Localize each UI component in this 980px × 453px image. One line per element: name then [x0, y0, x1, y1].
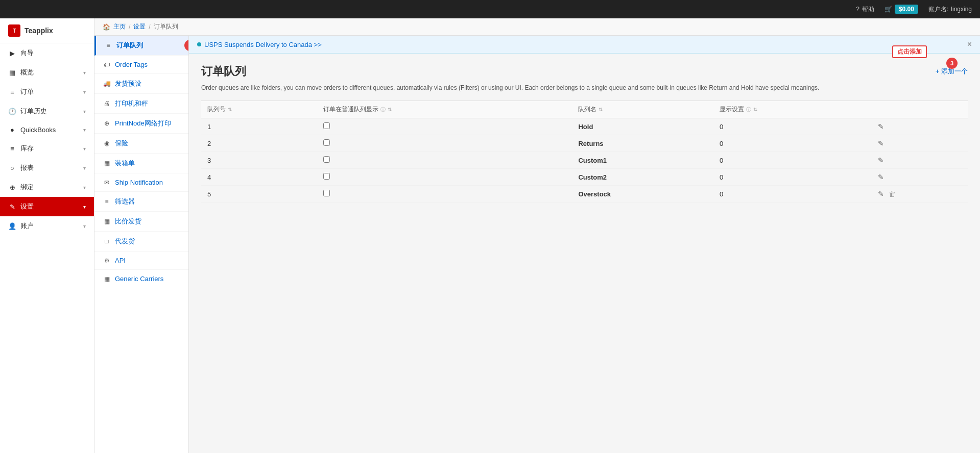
- settings-icon-filters: ≡: [103, 198, 111, 205]
- edit-icon[interactable]: ✎: [878, 190, 884, 198]
- col-show: 订单在普通队列显示ⓘ⇅: [317, 101, 572, 118]
- sidebar-icon-quickbooks: ●: [8, 126, 16, 134]
- cell-index: 2: [201, 135, 317, 152]
- banner: USPS Suspends Delivery to Canada >> ×: [189, 36, 980, 54]
- add-queue-button[interactable]: + 添加一个: [936, 67, 968, 76]
- edit-icon[interactable]: ✎: [878, 156, 884, 164]
- user-menu[interactable]: 账户名: lingxing: [928, 5, 972, 14]
- settings-label-ship-notification: Ship Notification: [115, 179, 163, 186]
- col-show-sort-icon[interactable]: ⇅: [388, 107, 392, 112]
- settings-item-order-tags[interactable]: 🏷 Order Tags: [94, 56, 188, 74]
- settings-icon-order-queues: ≡: [104, 42, 112, 49]
- show-in-common-checkbox[interactable]: [323, 139, 330, 146]
- help-icon: ?: [856, 6, 859, 13]
- col-show-info-icon[interactable]: ⓘ: [380, 107, 386, 112]
- settings-icon-printers: 🖨: [103, 100, 111, 107]
- sidebar-item-orders[interactable]: ≡ 订单 ▾: [0, 82, 94, 102]
- edit-icon[interactable]: ✎: [878, 173, 884, 181]
- sidebar-item-inventory[interactable]: ≡ 库存 ▾: [0, 139, 94, 158]
- sidebar-icon-order-history: 🕐: [8, 108, 16, 115]
- settings-item-printers[interactable]: 🖨 打印机和秤: [94, 94, 188, 114]
- settings-icon-ship-notification: ✉: [103, 179, 111, 186]
- logo-icon: T: [8, 24, 20, 37]
- settings-icon-generic-carriers: ▦: [103, 275, 111, 283]
- sidebar-item-settings[interactable]: 进入设置 1 ✎ 设置 ▾: [0, 197, 94, 216]
- settings-item-insurance[interactable]: ◉ 保险: [94, 134, 188, 154]
- cell-index: 5: [201, 186, 317, 203]
- sidebar-label-settings: 设置: [20, 202, 34, 211]
- settings-item-api[interactable]: ⚙ API: [94, 251, 188, 270]
- banner-link[interactable]: USPS Suspends Delivery to Canada >>: [204, 41, 322, 48]
- settings-item-generic-carriers[interactable]: ▦ Generic Carriers: [94, 270, 188, 288]
- col-display: 显示设置ⓘ⇅: [713, 101, 872, 118]
- cell-index: 1: [201, 118, 317, 135]
- table-row: 3 Custom1 0 ✎: [201, 152, 968, 169]
- sidebar-icon-account: 👤: [8, 222, 16, 230]
- show-in-common-checkbox[interactable]: [323, 173, 330, 180]
- sidebar-chevron-settings: ▾: [83, 204, 86, 210]
- settings-item-printnode[interactable]: ⊕ PrintNode网络打印: [94, 114, 188, 134]
- cell-show: [317, 169, 572, 186]
- help-button[interactable]: ? 帮助: [856, 5, 874, 14]
- sidebar-chevron-orders: ▾: [83, 89, 86, 95]
- cell-display-settings: 0: [713, 118, 872, 135]
- settings-item-filters[interactable]: ≡ 筛选器: [94, 192, 188, 212]
- sidebar-icon-overview: ▦: [8, 69, 16, 77]
- sidebar-item-reports[interactable]: ○ 报表 ▾: [0, 158, 94, 178]
- sidebar-icon-inventory: ≡: [8, 145, 16, 153]
- sidebar-item-account[interactable]: 👤 账户 ▾: [0, 216, 94, 236]
- settings-label-printnode: PrintNode网络打印: [115, 119, 171, 128]
- settings-label-filters: 筛选器: [115, 197, 135, 206]
- sidebar-chevron-overview: ▾: [83, 70, 86, 76]
- sidebar-chevron-order-history: ▾: [83, 109, 86, 114]
- show-in-common-checkbox[interactable]: [323, 190, 330, 196]
- sidebar-item-binding[interactable]: ⊕ 绑定 ▾: [0, 178, 94, 197]
- cell-show: [317, 152, 572, 169]
- topbar: ? 帮助 🛒 $0.00 账户名: lingxing: [0, 0, 980, 18]
- sidebar-item-guide[interactable]: ▶ 向导: [0, 43, 94, 63]
- table-row: 1 Hold 0 ✎: [201, 118, 968, 135]
- cart-icon[interactable]: 🛒 $0.00: [885, 5, 918, 14]
- cell-show: [317, 118, 572, 135]
- settings-item-packing-slip[interactable]: ▦ 装箱单: [94, 154, 188, 173]
- breadcrumb-home[interactable]: 主页: [113, 22, 126, 31]
- logo: T Teapplix: [0, 18, 94, 43]
- settings-label-order-queues: 订单队列: [116, 41, 143, 50]
- settings-item-dropship[interactable]: □ 代发货: [94, 232, 188, 251]
- show-in-common-checkbox[interactable]: [323, 156, 330, 163]
- settings-item-ship-notification[interactable]: ✉ Ship Notification: [94, 173, 188, 192]
- page-content: USPS Suspends Delivery to Canada >> × 订单…: [189, 36, 980, 453]
- settings-item-shipping-presets[interactable]: 🚚 发货预设: [94, 74, 188, 94]
- sidebar-icon-binding: ⊕: [8, 184, 16, 191]
- cell-display-settings: 0: [713, 169, 872, 186]
- settings-item-order-queues[interactable]: 选择订单队列 2 ≡ 订单队列: [94, 36, 188, 56]
- banner-dot: [197, 42, 201, 46]
- sidebar-item-quickbooks[interactable]: ● QuickBooks ▾: [0, 121, 94, 139]
- settings-icon-order-tags: 🏷: [103, 61, 111, 68]
- breadcrumb-home-icon: 🏠: [103, 23, 110, 31]
- sidebar-label-account: 账户: [20, 221, 34, 231]
- delete-icon[interactable]: 🗑: [889, 190, 896, 198]
- page-description: Order queues are like folders, you can m…: [201, 83, 968, 92]
- show-in-common-checkbox[interactable]: [323, 122, 330, 129]
- settings-item-compare-rates[interactable]: ▦ 比价发货: [94, 212, 188, 232]
- breadcrumb-settings[interactable]: 设置: [133, 22, 146, 31]
- cell-actions: ✎: [872, 169, 968, 186]
- col-name-sort-icon[interactable]: ⇅: [599, 107, 603, 112]
- banner-close-button[interactable]: ×: [967, 40, 972, 49]
- sidebar: T Teapplix ▶ 向导 ▦ 概览 ▾ ≡ 订单 ▾ 🕐: [0, 18, 94, 453]
- col-display-info-icon[interactable]: ⓘ: [746, 107, 751, 112]
- col-index-sort-icon[interactable]: ⇅: [228, 107, 232, 112]
- settings-icon-shipping-presets: 🚚: [103, 80, 111, 87]
- col-display-sort-icon[interactable]: ⇅: [753, 107, 757, 112]
- sidebar-label-inventory: 库存: [20, 144, 34, 153]
- breadcrumb: 🏠 主页 / 设置 / 订单队列: [94, 18, 980, 36]
- edit-icon[interactable]: ✎: [878, 122, 884, 131]
- edit-icon[interactable]: ✎: [878, 139, 884, 147]
- queues-table: 队列号⇅ 订单在普通队列显示ⓘ⇅ 队列名⇅ 显示设置ⓘ⇅ 1 Hold 0 ✎: [201, 100, 968, 203]
- sidebar-item-order-history[interactable]: 🕐 订单历史 ▾: [0, 102, 94, 121]
- sidebar-icon-settings: ✎: [8, 203, 16, 211]
- sidebar-chevron-inventory: ▾: [83, 146, 86, 152]
- sidebar-item-overview[interactable]: ▦ 概览 ▾: [0, 63, 94, 82]
- settings-label-dropship: 代发货: [115, 237, 135, 246]
